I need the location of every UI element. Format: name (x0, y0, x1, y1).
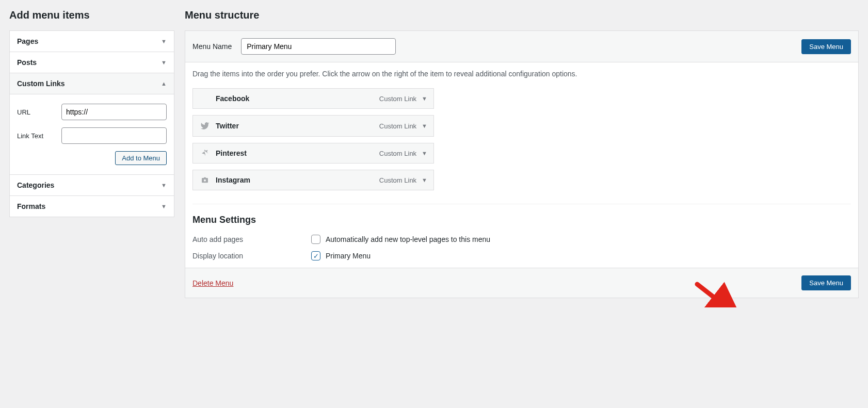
caret-down-icon[interactable]: ▼ (422, 95, 427, 102)
menu-structure-heading: Menu structure (185, 9, 859, 21)
pin-icon (199, 149, 211, 157)
add-menu-items-heading: Add menu items (9, 9, 174, 21)
caret-down-icon: ▼ (161, 38, 167, 44)
link-text-label: Link Text (17, 132, 56, 140)
display-location-text: Primary Menu (326, 252, 371, 260)
menu-item-pinterest[interactable]: Pinterest Custom Link ▼ (192, 143, 434, 164)
menu-item-label: Instagram (216, 176, 379, 184)
instructions-text: Drag the items into the order you prefer… (192, 70, 851, 78)
menu-item-label: Twitter (216, 122, 379, 130)
menu-item-type: Custom Link (379, 95, 416, 103)
svg-point-1 (204, 179, 206, 182)
menu-item-type: Custom Link (379, 150, 416, 157)
accordion-formats[interactable]: Formats ▼ (10, 196, 174, 217)
menu-item-facebook[interactable]: Facebook Custom Link ▼ (192, 88, 434, 109)
menu-item-label: Pinterest (216, 149, 379, 157)
menu-name-input[interactable] (241, 38, 396, 55)
caret-down-icon: ▼ (161, 203, 167, 209)
accordion-label: Pages (17, 37, 38, 45)
auto-add-pages-label: Auto add pages (192, 235, 311, 243)
menu-item-label: Facebook (216, 94, 379, 103)
save-menu-button-bottom[interactable]: Save Menu (801, 275, 851, 290)
menu-item-twitter[interactable]: Twitter Custom Link ▼ (192, 115, 434, 137)
caret-down-icon: ▼ (161, 59, 167, 66)
accordion-pages[interactable]: Pages ▼ (10, 31, 174, 52)
svg-rect-2 (204, 177, 206, 178)
link-text-input[interactable] (61, 127, 167, 144)
caret-down-icon: ▼ (161, 182, 167, 188)
auto-add-checkbox[interactable] (311, 235, 320, 244)
auto-add-text: Automatically add new top-level pages to… (326, 235, 490, 243)
caret-down-icon[interactable]: ▼ (422, 150, 427, 156)
custom-links-body: URL Link Text Add to Menu (10, 94, 174, 175)
accordion-label: Posts (17, 58, 37, 67)
menu-item-type: Custom Link (379, 176, 416, 184)
menu-items-list: Facebook Custom Link ▼ Twitter Custom Li… (192, 88, 434, 190)
delete-menu-link[interactable]: Delete Menu (192, 279, 233, 287)
menu-item-type: Custom Link (379, 122, 416, 130)
menu-settings-heading: Menu Settings (192, 215, 851, 225)
caret-down-icon[interactable]: ▼ (422, 177, 427, 183)
twitter-icon (199, 121, 211, 130)
accordion-posts[interactable]: Posts ▼ (10, 52, 174, 73)
display-location-checkbox[interactable]: ✓ (311, 251, 320, 260)
menu-name-label: Menu Name (192, 42, 232, 51)
camera-icon (199, 176, 211, 184)
accordion-categories[interactable]: Categories ▼ (10, 175, 174, 196)
add-to-menu-button[interactable]: Add to Menu (115, 151, 167, 165)
accordion-label: Custom Links (17, 79, 65, 88)
menu-item-instagram[interactable]: Instagram Custom Link ▼ (192, 170, 434, 190)
save-menu-button-top[interactable]: Save Menu (801, 39, 851, 54)
accordion-custom-links[interactable]: Custom Links ▲ (10, 73, 174, 94)
accordion-label: Categories (17, 181, 54, 189)
display-location-label: Display location (192, 252, 311, 260)
caret-up-icon: ▲ (161, 80, 167, 87)
url-input[interactable] (61, 104, 167, 120)
url-label: URL (17, 108, 56, 116)
accordion-label: Formats (17, 202, 45, 210)
accordion: Pages ▼ Posts ▼ Custom Links ▲ URL Link … (9, 30, 174, 217)
menu-panel: Menu Name Save Menu Drag the items into … (185, 30, 859, 298)
caret-down-icon[interactable]: ▼ (422, 123, 427, 129)
